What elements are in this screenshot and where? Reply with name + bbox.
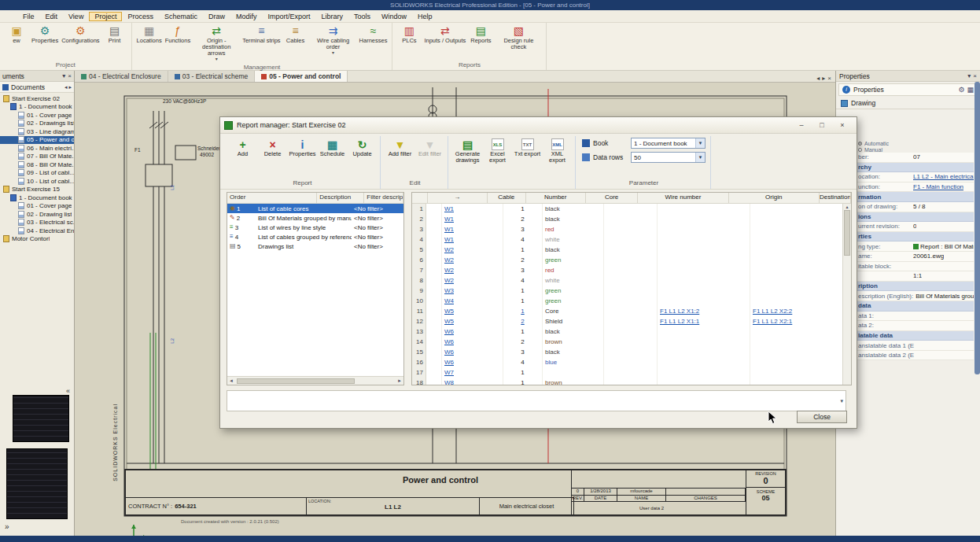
toolbar-button[interactable]: XLS Excel export	[484, 136, 511, 164]
report-list-item[interactable]: ✎ 2 Bill Of Materials grouped by manuf..…	[227, 213, 403, 223]
list-column-header[interactable]: Description	[317, 193, 364, 203]
ribbon-button[interactable]: ▣ ew	[3, 24, 30, 50]
report-list-item[interactable]: ◉ 1 List of cable cores <No filter>	[227, 204, 403, 213]
destination-link[interactable]	[750, 378, 843, 385]
goto-cell[interactable]	[426, 204, 442, 214]
cable-link[interactable]: W2	[442, 255, 503, 265]
tree-item[interactable]: 09 - List of cabl...	[0, 169, 74, 178]
table-row[interactable]: 12 W5 2 Shield F1 L1 L2 X1:1 F1 L1 L2 X2…	[412, 316, 851, 326]
origin-link[interactable]: F1 L1 L2 X1:2	[658, 306, 750, 316]
menu-item[interactable]: Tools	[348, 12, 376, 21]
list-column-header[interactable]: Filter descrip	[364, 193, 403, 203]
origin-link[interactable]	[658, 296, 750, 306]
scroll-left-icon[interactable]: ◂	[227, 378, 235, 384]
origin-link[interactable]: F1 L1 L2 X1:1	[658, 316, 750, 326]
toolbar-button[interactable]: XML XML export	[543, 136, 571, 164]
table-column-header[interactable]: Destination	[820, 193, 851, 203]
core-number-cell[interactable]: 2	[503, 316, 543, 326]
tree-item[interactable]: 05 - Power and control	[0, 136, 74, 145]
report-preview-field[interactable]: ▾	[227, 390, 846, 411]
report-list-item[interactable]: ≡ 3 List of wires by line style <No filt…	[227, 223, 403, 232]
tree-item[interactable]: 1 - Document book	[0, 194, 74, 202]
panel-scrollbar[interactable]	[974, 82, 980, 374]
tree-item[interactable]: 02 - Drawing list	[0, 210, 74, 219]
goto-cell[interactable]	[426, 378, 442, 385]
tree-item[interactable]: 08 - Bill Of Mate...	[0, 160, 74, 169]
table-row[interactable]: 18 W8 1 brown	[412, 378, 851, 385]
grid-icon[interactable]: ▦	[967, 86, 974, 94]
tree-item[interactable]: 1 - Document book	[0, 103, 74, 112]
origin-link[interactable]	[658, 234, 750, 245]
dropdown-arrow-icon[interactable]: ▾	[332, 50, 334, 56]
tree-item[interactable]: 03 - Line diagram	[0, 127, 74, 136]
radio-icon[interactable]	[858, 142, 862, 146]
menu-item[interactable]: Help	[412, 12, 438, 21]
table-column-header[interactable]: Wire number	[638, 193, 728, 203]
goto-cell[interactable]	[426, 337, 442, 347]
cable-link[interactable]: W6	[442, 326, 503, 337]
document-tab[interactable]: 04 - Electrical Enclosure	[75, 71, 168, 82]
table-row[interactable]: 15 W6 3 black	[412, 347, 851, 357]
tree-item[interactable]: 03 - Electrical sc...	[0, 219, 74, 227]
origin-link[interactable]	[658, 357, 750, 367]
close-icon[interactable]: ×	[973, 72, 977, 79]
page-thumbnail[interactable]	[13, 395, 69, 442]
tree-item[interactable]: 04 - Electrical En...	[0, 227, 74, 235]
gear-icon[interactable]: ⚙	[958, 86, 964, 94]
radio-icon[interactable]	[858, 148, 862, 152]
property-value[interactable]: Bill Of Materials groupe	[916, 293, 974, 300]
menu-item[interactable]: Process	[122, 12, 159, 21]
cable-link[interactable]: W2	[442, 265, 503, 275]
core-number-cell[interactable]: 1	[503, 326, 543, 337]
cable-link[interactable]: W7	[442, 367, 503, 378]
table-row[interactable]: 10 W4 1 green	[412, 296, 851, 306]
dropdown-arrow-icon[interactable]: ▾	[216, 57, 218, 62]
table-row[interactable]: 2 W1 2 black	[412, 214, 851, 224]
destination-link[interactable]: F1 L1 L2 X2:2	[750, 306, 843, 316]
document-tab[interactable]: 03 - Electrical scheme	[168, 71, 256, 82]
origin-link[interactable]	[658, 224, 750, 234]
table-row[interactable]: 14 W6 2 brown	[412, 337, 851, 347]
goto-cell[interactable]	[426, 234, 442, 245]
cable-link[interactable]: W6	[442, 357, 503, 367]
goto-cell[interactable]	[426, 367, 442, 378]
cable-link[interactable]: W1	[442, 224, 503, 234]
destination-link[interactable]: F1 L1 L2 X2:1	[750, 316, 843, 326]
destination-link[interactable]	[750, 214, 843, 224]
property-value[interactable]: 1:1	[913, 272, 922, 279]
scrollbar-thumb[interactable]	[844, 210, 850, 256]
table-row[interactable]: 16 W6 4 blue	[412, 357, 851, 367]
menu-item[interactable]: Modify	[230, 12, 263, 21]
table-column-header[interactable]: Cable	[488, 193, 526, 203]
table-row[interactable]: 7 W2 3 red	[412, 265, 851, 275]
core-number-cell[interactable]: 1	[503, 296, 543, 306]
goto-cell[interactable]	[426, 224, 442, 234]
goto-cell[interactable]	[426, 265, 442, 275]
destination-link[interactable]	[750, 265, 843, 275]
core-number-cell[interactable]: 2	[503, 214, 543, 224]
ribbon-button[interactable]: ▤ Print	[101, 24, 128, 50]
menu-item[interactable]: Import/Export	[262, 12, 315, 21]
goto-cell[interactable]	[426, 347, 442, 357]
origin-link[interactable]	[658, 337, 750, 347]
table-row[interactable]: 9 W3 1 green	[412, 286, 851, 296]
menu-item[interactable]: File	[17, 12, 40, 21]
goto-cell[interactable]	[426, 286, 442, 296]
table-row[interactable]: 13 W6 1 black	[412, 326, 851, 337]
menu-item[interactable]: Window	[376, 12, 412, 21]
ribbon-button[interactable]: ⇄ Origin - destination arrows ▾	[192, 24, 241, 63]
core-number-cell[interactable]: 1	[503, 378, 543, 385]
pin-icon[interactable]: ▾	[967, 72, 971, 79]
drawing-selector[interactable]: Drawing	[836, 98, 980, 109]
tree-item[interactable]: 01 - Cover page	[0, 111, 74, 120]
destination-link[interactable]	[750, 275, 843, 286]
cable-link[interactable]: W1	[442, 234, 503, 245]
origin-link[interactable]	[658, 378, 750, 385]
tree-item[interactable]: 02 - Drawings list	[0, 120, 74, 128]
list-column-header[interactable]: Order	[227, 193, 317, 203]
origin-link[interactable]	[658, 326, 750, 337]
property-value[interactable]: Report : Bill Of Mate	[920, 243, 974, 250]
cable-link[interactable]: W6	[442, 337, 503, 347]
tree-item[interactable]: 07 - Bill Of Mate...	[0, 153, 74, 161]
tree-item[interactable]: Start Exercise 02	[0, 94, 74, 103]
